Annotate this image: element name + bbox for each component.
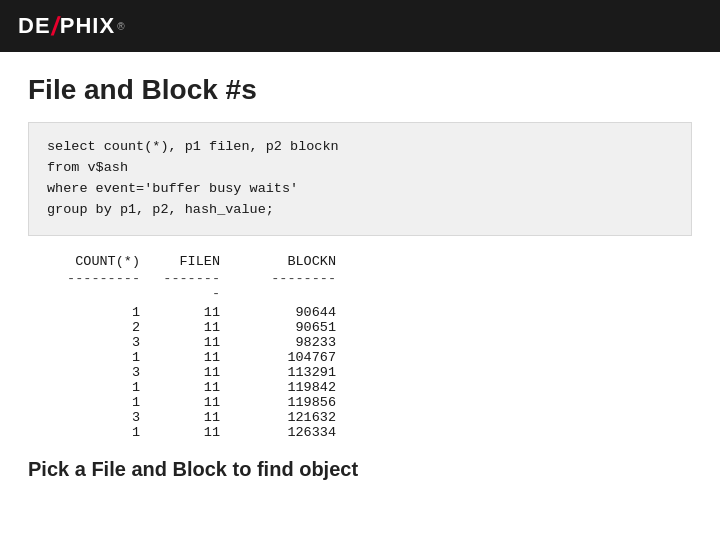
header-bar: DE/PHIX®: [0, 0, 720, 52]
logo-trademark: ®: [117, 21, 124, 32]
results-divider-row: --------- -------- --------: [46, 271, 674, 301]
divider-count: ---------: [46, 271, 156, 301]
cell-blockn: 98233: [236, 335, 336, 350]
cell-count: 3: [46, 410, 156, 425]
cell-blockn: 113291: [236, 365, 336, 380]
code-line-2: from v$ash: [47, 158, 673, 179]
table-row: 1 11 90644: [46, 305, 674, 320]
cell-blockn: 90651: [236, 320, 336, 335]
cell-filen: 11: [156, 320, 236, 335]
cell-filen: 11: [156, 305, 236, 320]
results-header-row: COUNT(*) FILEN BLOCKN: [46, 254, 674, 269]
table-row: 1 11 119856: [46, 395, 674, 410]
divider-blockn: --------: [236, 271, 336, 301]
cell-count: 2: [46, 320, 156, 335]
main-content: File and Block #s select count(*), p1 fi…: [0, 52, 720, 501]
cell-count: 1: [46, 305, 156, 320]
col-header-count: COUNT(*): [46, 254, 156, 269]
table-row: 3 11 121632: [46, 410, 674, 425]
cell-filen: 11: [156, 335, 236, 350]
cell-filen: 11: [156, 410, 236, 425]
footer-instruction: Pick a File and Block to find object: [28, 458, 692, 481]
table-row: 3 11 113291: [46, 365, 674, 380]
cell-blockn: 126334: [236, 425, 336, 440]
cell-count: 1: [46, 380, 156, 395]
col-header-filen: FILEN: [156, 254, 236, 269]
cell-count: 3: [46, 335, 156, 350]
col-header-blockn: BLOCKN: [236, 254, 336, 269]
sql-code-block: select count(*), p1 filen, p2 blockn fro…: [28, 122, 692, 236]
cell-filen: 11: [156, 365, 236, 380]
data-rows-container: 1 11 90644 2 11 90651 3 11 98233 1 11 10…: [46, 305, 674, 440]
cell-blockn: 90644: [236, 305, 336, 320]
table-row: 1 11 126334: [46, 425, 674, 440]
cell-count: 1: [46, 395, 156, 410]
code-line-4: group by p1, p2, hash_value;: [47, 200, 673, 221]
cell-count: 3: [46, 365, 156, 380]
cell-filen: 11: [156, 350, 236, 365]
code-line-3: where event='buffer busy waits': [47, 179, 673, 200]
logo-de: DE: [18, 13, 51, 39]
divider-filen: --------: [156, 271, 236, 301]
cell-blockn: 121632: [236, 410, 336, 425]
page-title: File and Block #s: [28, 74, 692, 106]
cell-filen: 11: [156, 395, 236, 410]
table-row: 3 11 98233: [46, 335, 674, 350]
table-row: 1 11 104767: [46, 350, 674, 365]
table-row: 1 11 119842: [46, 380, 674, 395]
cell-filen: 11: [156, 380, 236, 395]
cell-blockn: 104767: [236, 350, 336, 365]
cell-count: 1: [46, 350, 156, 365]
code-line-1: select count(*), p1 filen, p2 blockn: [47, 137, 673, 158]
cell-blockn: 119856: [236, 395, 336, 410]
cell-blockn: 119842: [236, 380, 336, 395]
logo-phix: PHIX: [60, 13, 115, 39]
results-area: COUNT(*) FILEN BLOCKN --------- --------…: [28, 254, 692, 440]
table-row: 2 11 90651: [46, 320, 674, 335]
cell-count: 1: [46, 425, 156, 440]
cell-filen: 11: [156, 425, 236, 440]
